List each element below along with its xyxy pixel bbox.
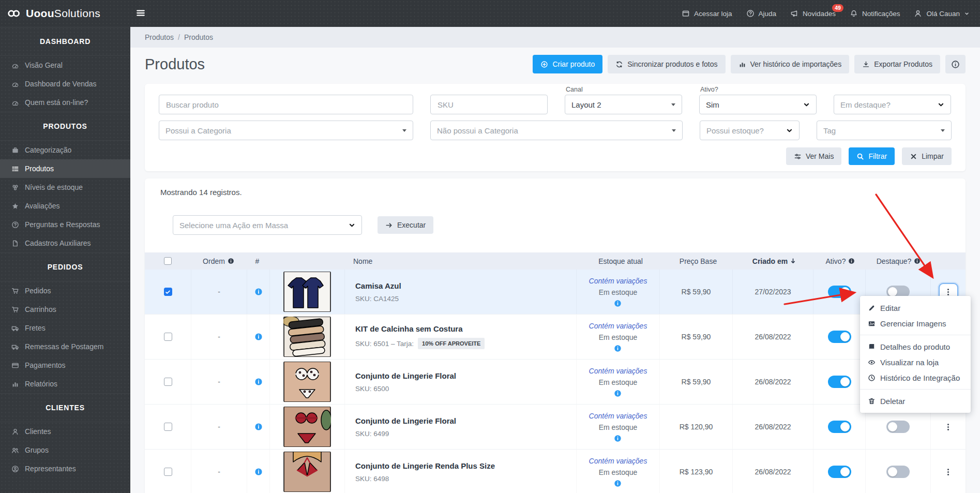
ativo-toggle[interactable] (828, 376, 851, 388)
row-checkbox[interactable] (164, 333, 172, 341)
sidebar-item-clientes[interactable]: Clientes (0, 422, 130, 441)
ativo-toggle[interactable] (828, 466, 851, 478)
row-actions-button[interactable] (939, 463, 958, 481)
variations-link[interactable]: Contém variações (589, 322, 647, 330)
info-icon[interactable] (848, 258, 855, 264)
menu-item-editar[interactable]: Editar (860, 300, 971, 316)
header-preco[interactable]: Preço Base (662, 257, 734, 265)
sidebar-item-dashboard-vendas[interactable]: Dashboard de Vendas (0, 74, 130, 93)
bulk-action-select[interactable]: Selecione uma Ação em Massa (173, 215, 362, 235)
product-name[interactable]: Conjunto de Lingerie Floral (355, 416, 456, 425)
info-icon[interactable] (614, 480, 622, 487)
row-checkbox[interactable] (164, 378, 172, 386)
product-name[interactable]: KIT de Calcinha sem Costura (355, 324, 485, 333)
import-history-button[interactable]: Ver histórico de importações (731, 55, 850, 73)
menu-item-gerenciar-imagens[interactable]: Gerenciar Imagens (860, 316, 971, 331)
sidebar-item-niveis-estoque[interactable]: Níveis de estoque (0, 178, 130, 197)
menu-item-visualizar-loja[interactable]: Visualizar na loja (860, 354, 971, 370)
nav-news[interactable]: Novidades 49 (790, 9, 836, 18)
product-thumbnail[interactable] (283, 362, 331, 402)
info-icon[interactable] (254, 378, 263, 386)
info-icon[interactable] (614, 300, 622, 307)
ativo-toggle[interactable] (828, 421, 851, 433)
info-icon[interactable] (614, 435, 622, 442)
brand-logo[interactable]: UoouSolutions (7, 7, 100, 20)
tag-select[interactable]: Tag (817, 121, 952, 140)
header-ordem[interactable]: Ordem (191, 257, 246, 265)
sku-input[interactable] (430, 95, 548, 114)
nav-help[interactable]: Ajuda (746, 9, 777, 18)
nav-access-store[interactable]: Acessar loja (682, 9, 732, 18)
possui-estoque-select[interactable]: Possui estoque? (700, 121, 800, 140)
sidebar-item-cadastros-auxiliares[interactable]: Cadastros Auxiliares (0, 234, 130, 252)
em-destaque-select[interactable]: Em destaque? (834, 95, 951, 114)
variations-link[interactable]: Contém variações (589, 457, 647, 465)
ativo-toggle[interactable] (828, 286, 851, 298)
filtrar-button[interactable]: Filtrar (849, 147, 895, 165)
product-thumbnail[interactable] (283, 407, 331, 447)
sidebar-item-representantes[interactable]: Representantes (0, 459, 130, 478)
sidebar-item-categorizacao[interactable]: Categorização (0, 141, 130, 159)
header-ativo[interactable]: Ativo? (815, 257, 866, 265)
row-checkbox[interactable] (164, 288, 172, 296)
sidebar-item-quem-esta-online[interactable]: Quem está on-line? (0, 93, 130, 112)
sidebar-item-produtos[interactable]: Produtos (0, 159, 130, 178)
info-icon[interactable] (614, 390, 622, 397)
menu-item-deletar[interactable]: Deletar (860, 393, 971, 409)
variations-link[interactable]: Contém variações (589, 367, 647, 375)
limpar-button[interactable]: Limpar (902, 147, 952, 165)
sidebar-item-remessas-postagem[interactable]: Remessas de Postagem (0, 337, 130, 356)
variations-link[interactable]: Contém variações (589, 412, 647, 420)
product-thumbnail[interactable] (283, 317, 331, 357)
sidebar-toggle-button[interactable] (133, 6, 148, 21)
info-icon[interactable] (254, 288, 263, 296)
header-nome[interactable]: Nome (343, 257, 579, 265)
ativo-toggle[interactable] (828, 331, 851, 343)
info-icon[interactable] (254, 423, 263, 431)
canal-select[interactable]: Layout 2 (565, 95, 682, 114)
nav-user-menu[interactable]: Olá Cauan (914, 9, 970, 18)
sidebar-item-carrinhos[interactable]: Carrinhos (0, 300, 130, 319)
breadcrumb-parent[interactable]: Produtos (145, 33, 174, 41)
row-actions-button[interactable] (939, 418, 958, 436)
destaque-toggle[interactable] (886, 466, 910, 478)
sidebar-item-perguntas-respostas[interactable]: Perguntas e Respostas (0, 215, 130, 234)
product-name[interactable]: Conjunto de Lingerie Renda Plus Size (355, 461, 495, 470)
sidebar-item-relatorios[interactable]: Relatórios (0, 375, 130, 393)
destaque-toggle[interactable] (886, 421, 910, 433)
product-name[interactable]: Conjunto de Lingerie Floral (355, 371, 456, 380)
product-thumbnail[interactable] (283, 272, 331, 312)
product-name[interactable]: Camisa Azul (355, 281, 401, 290)
menu-item-historico-integracao[interactable]: Histórico de Integração (860, 370, 971, 385)
nav-notifications[interactable]: Notificações (850, 9, 900, 18)
export-products-button[interactable]: Exportar Produtos (854, 55, 940, 73)
sidebar-item-grupos[interactable]: Grupos (0, 441, 130, 459)
sidebar-item-visao-geral[interactable]: Visão Geral (0, 56, 130, 74)
header-criado-em[interactable]: Criado em (734, 257, 815, 265)
sidebar-item-avaliacoes[interactable]: Avaliações (0, 197, 130, 215)
sidebar-item-fretes[interactable]: Fretes (0, 319, 130, 337)
sync-products-button[interactable]: Sincronizar produtos e fotos (608, 55, 725, 73)
ativo-select[interactable]: Sim (699, 95, 817, 114)
header-destaque[interactable]: Destaque? (866, 257, 931, 265)
select-all-checkbox[interactable] (164, 257, 172, 265)
info-icon[interactable] (914, 258, 921, 264)
possui-categoria-select[interactable]: Possui a Categoria (159, 121, 413, 140)
info-icon[interactable] (228, 258, 234, 264)
nao-possui-categoria-select[interactable]: Não possui a Categoria (430, 121, 683, 140)
info-icon[interactable] (254, 333, 263, 341)
variations-link[interactable]: Contém variações (589, 277, 647, 285)
info-icon[interactable] (254, 468, 263, 476)
sidebar-item-pedidos[interactable]: Pedidos (0, 281, 130, 300)
info-icon[interactable] (614, 345, 622, 352)
info-button[interactable] (945, 55, 966, 73)
menu-item-detalhes-produto[interactable]: Detalhes do produto (860, 339, 971, 354)
eye-icon (868, 358, 876, 366)
executar-button[interactable]: Executar (378, 216, 433, 234)
create-product-button[interactable]: Criar produto (533, 55, 602, 73)
row-checkbox[interactable] (164, 468, 172, 476)
ver-mais-button[interactable]: Ver Mais (786, 147, 841, 165)
row-checkbox[interactable] (164, 423, 172, 431)
search-product-input[interactable] (159, 95, 413, 114)
sidebar-item-pagamentos[interactable]: Pagamentos (0, 356, 130, 375)
